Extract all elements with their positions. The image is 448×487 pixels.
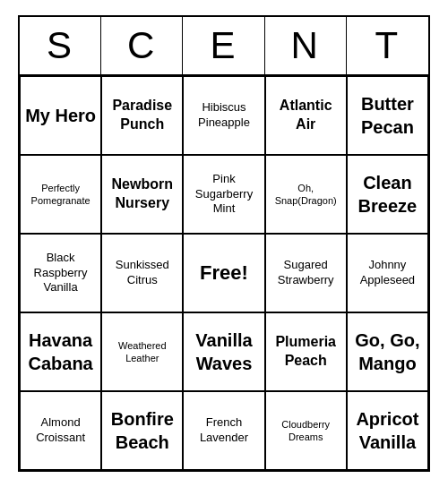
bingo-grid: My HeroParadise PunchHibiscus PineappleA… bbox=[20, 76, 428, 470]
bingo-cell-21[interactable]: Bonfire Beach bbox=[101, 391, 183, 470]
header-s: S bbox=[20, 17, 101, 74]
bingo-header: S C E N T bbox=[20, 17, 428, 76]
bingo-cell-11[interactable]: Sunkissed Citrus bbox=[101, 234, 183, 312]
bingo-cell-8[interactable]: Oh, Snap(Dragon) bbox=[265, 155, 347, 234]
bingo-cell-15[interactable]: Havana Cabana bbox=[20, 312, 101, 391]
bingo-cell-12[interactable]: Free! bbox=[183, 234, 264, 312]
bingo-cell-1[interactable]: Paradise Punch bbox=[101, 76, 183, 155]
header-t: T bbox=[347, 17, 428, 74]
bingo-cell-9[interactable]: Clean Breeze bbox=[347, 155, 428, 234]
bingo-cell-19[interactable]: Go, Go, Mango bbox=[347, 312, 428, 391]
bingo-cell-7[interactable]: Pink Sugarberry Mint bbox=[183, 155, 264, 234]
bingo-cell-4[interactable]: Butter Pecan bbox=[347, 76, 428, 155]
bingo-cell-3[interactable]: Atlantic Air bbox=[265, 76, 347, 155]
bingo-cell-5[interactable]: Perfectly Pomegranate bbox=[20, 155, 101, 234]
bingo-cell-10[interactable]: Black Raspberry Vanilla bbox=[20, 234, 101, 312]
bingo-cell-14[interactable]: Johnny Appleseed bbox=[347, 234, 428, 312]
header-n: N bbox=[265, 17, 347, 74]
bingo-cell-24[interactable]: Apricot Vanilla bbox=[347, 391, 428, 470]
header-c: C bbox=[101, 17, 183, 74]
bingo-cell-2[interactable]: Hibiscus Pineapple bbox=[183, 76, 264, 155]
bingo-cell-18[interactable]: Plumeria Peach bbox=[265, 312, 347, 391]
bingo-cell-22[interactable]: French Lavender bbox=[183, 391, 264, 470]
header-e: E bbox=[183, 17, 264, 74]
bingo-cell-16[interactable]: Weathered Leather bbox=[101, 312, 183, 391]
bingo-cell-0[interactable]: My Hero bbox=[20, 76, 101, 155]
bingo-cell-6[interactable]: Newborn Nursery bbox=[101, 155, 183, 234]
bingo-cell-23[interactable]: Cloudberry Dreams bbox=[265, 391, 347, 470]
bingo-card: S C E N T My HeroParadise PunchHibiscus … bbox=[18, 15, 430, 472]
bingo-cell-17[interactable]: Vanilla Waves bbox=[183, 312, 264, 391]
bingo-cell-20[interactable]: Almond Croissant bbox=[20, 391, 101, 470]
bingo-cell-13[interactable]: Sugared Strawberry bbox=[265, 234, 347, 312]
